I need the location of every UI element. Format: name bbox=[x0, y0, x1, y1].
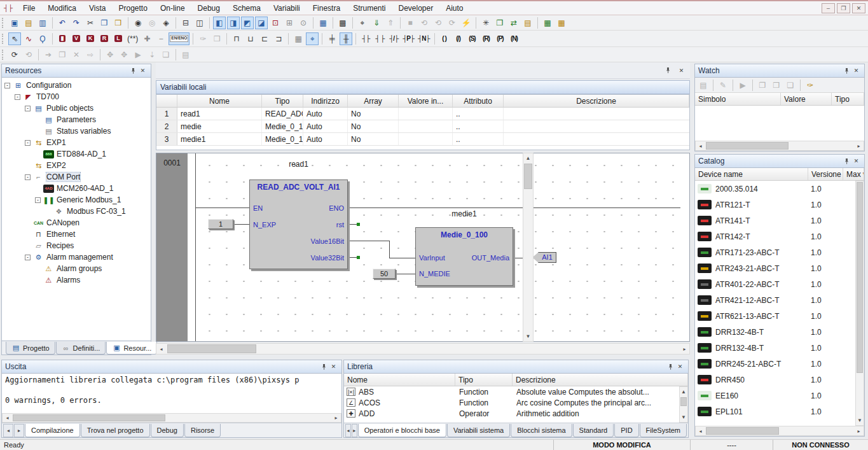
scheduler-window-icon[interactable] bbox=[297, 17, 310, 29]
scroll-left-icon[interactable]: ◂ bbox=[696, 426, 705, 436]
column-tipo[interactable]: Tipo bbox=[455, 374, 513, 386]
zoom-tool-icon[interactable] bbox=[36, 32, 49, 45]
library-function-row[interactable]: ACOS Function Arc cosine Computes the pr… bbox=[344, 397, 688, 408]
tree-item[interactable]: Generic Modbus_1 bbox=[2, 194, 151, 206]
output-tab[interactable]: Debug bbox=[151, 424, 184, 437]
new-jump-icon[interactable] bbox=[112, 32, 125, 45]
menu-item[interactable]: Debug bbox=[191, 2, 226, 15]
tree-expander-icon[interactable] bbox=[25, 106, 31, 111]
coil-negated-icon[interactable] bbox=[452, 32, 465, 45]
open-project-icon[interactable] bbox=[22, 17, 35, 29]
scroll-right-icon[interactable]: ▸ bbox=[854, 141, 864, 151]
contact-positive-icon[interactable] bbox=[401, 32, 415, 45]
step-debug-icon[interactable] bbox=[146, 48, 158, 61]
object-properties-icon[interactable] bbox=[521, 17, 534, 29]
tree-item[interactable]: TD700 bbox=[2, 91, 151, 102]
toolbar-button[interactable] bbox=[333, 17, 333, 29]
pin-icon[interactable] bbox=[319, 362, 329, 371]
toolbar-button[interactable] bbox=[176, 17, 176, 29]
save-project-icon[interactable] bbox=[36, 17, 49, 29]
pin-value16bit[interactable]: Value16Bit bbox=[311, 237, 344, 245]
menu-item[interactable]: Variabili bbox=[267, 2, 307, 15]
tree-expander-icon[interactable] bbox=[4, 83, 10, 88]
fbd-block-read1[interactable]: READ_ADC_VOLT_AI1 EN ENO N_EXP rst Value… bbox=[249, 179, 348, 269]
scroll-right-icon[interactable]: ▸ bbox=[680, 344, 689, 354]
variable-address[interactable]: Auto bbox=[303, 120, 348, 132]
variable-description[interactable] bbox=[504, 120, 689, 132]
variable-type[interactable]: Medie_0_100 bbox=[262, 133, 303, 145]
catalog-device-row[interactable]: EE160 1.0 bbox=[695, 388, 864, 404]
contact-icon[interactable] bbox=[359, 32, 372, 45]
close-icon[interactable] bbox=[851, 66, 861, 75]
delete-connection-icon[interactable] bbox=[70, 48, 83, 61]
force-io-icon[interactable] bbox=[460, 17, 472, 29]
catalog-device-row[interactable]: ATR401-22-ABC-T 1.0 bbox=[695, 276, 864, 292]
tree-expander-icon[interactable] bbox=[35, 197, 41, 203]
parallel-branch-icon[interactable] bbox=[340, 32, 352, 45]
library-tab[interactable]: PID bbox=[614, 424, 638, 437]
compare-projects-icon[interactable] bbox=[493, 17, 506, 29]
add-watch-item-icon[interactable] bbox=[784, 79, 797, 92]
column-nome[interactable]: Nome bbox=[177, 95, 262, 107]
scroll-left-icon[interactable]: ◂ bbox=[156, 344, 166, 354]
pin-icon[interactable] bbox=[842, 66, 851, 75]
tree-item[interactable]: MCM260-4AD_1 bbox=[2, 183, 151, 194]
tree-item[interactable]: EXP1 bbox=[2, 137, 151, 148]
operator-panel-window-icon[interactable] bbox=[283, 17, 296, 29]
catalog-device-row[interactable]: ATR243-21-ABC-T 1.0 bbox=[695, 260, 864, 276]
toolbar-button[interactable] bbox=[38, 49, 39, 60]
project-window-icon[interactable] bbox=[213, 17, 226, 29]
align-right-icon[interactable] bbox=[272, 32, 285, 45]
variable-attribute[interactable]: .. bbox=[453, 108, 504, 120]
recompile-icon[interactable] bbox=[8, 48, 21, 61]
menu-item[interactable]: Aiuto bbox=[439, 2, 469, 15]
catalog-device-row[interactable]: ATR141-T 1.0 bbox=[695, 213, 864, 229]
toolbar-button[interactable] bbox=[355, 33, 356, 45]
variable-name[interactable]: medie1 bbox=[177, 133, 262, 145]
run-debug-icon[interactable] bbox=[132, 48, 144, 61]
toolbar-button[interactable] bbox=[176, 49, 176, 60]
menu-item[interactable]: Finestra bbox=[307, 2, 347, 15]
warm-restart-icon[interactable] bbox=[432, 17, 444, 29]
download-code-icon[interactable] bbox=[370, 17, 383, 29]
snap-grid-icon[interactable] bbox=[306, 32, 319, 45]
tree-item[interactable]: CANopen bbox=[2, 217, 151, 229]
toolbar-button[interactable] bbox=[2, 34, 5, 44]
navigate-forward-icon[interactable] bbox=[42, 48, 55, 61]
close-icon[interactable] bbox=[138, 66, 148, 75]
dock-tab[interactable]: Resour... bbox=[106, 342, 157, 355]
output-horizontal-scrollbar[interactable]: ◂ ▸ bbox=[2, 413, 341, 423]
coil-set-icon[interactable] bbox=[466, 32, 479, 45]
column-descrizione[interactable]: Descrizione bbox=[513, 374, 688, 386]
contact-negative-icon[interactable] bbox=[417, 32, 431, 45]
catalog-device-row[interactable]: ATR142-T 1.0 bbox=[695, 229, 864, 244]
close-icon[interactable] bbox=[677, 66, 686, 75]
fbd-block-medie1[interactable]: Medie_0_100 VarInput OUT_Media N_MEDIE bbox=[415, 227, 513, 286]
pin-eno[interactable]: ENO bbox=[329, 204, 344, 212]
properties-window-icon[interactable] bbox=[227, 17, 240, 29]
tab-scroll-right-icon[interactable]: ▸ bbox=[14, 424, 24, 437]
output-tab[interactable]: Risorse bbox=[184, 424, 221, 437]
variable-address[interactable]: Auto bbox=[303, 133, 348, 145]
select-tool-icon[interactable] bbox=[8, 32, 21, 45]
insert-page-icon[interactable] bbox=[56, 48, 69, 61]
output-log[interactable]: Aggiornamenti libreria collegata c:\prog… bbox=[2, 374, 341, 413]
remove-pin-icon[interactable] bbox=[155, 32, 167, 45]
variable-description[interactable] bbox=[504, 133, 689, 145]
toolbar-button[interactable] bbox=[288, 33, 289, 45]
column-valore[interactable]: Valore bbox=[781, 93, 832, 105]
scroll-right-icon[interactable]: ▸ bbox=[854, 426, 864, 436]
watch-horizontal-scrollbar[interactable]: ◂ ▸ bbox=[695, 141, 864, 151]
insert-trigger-icon[interactable] bbox=[210, 32, 223, 45]
coil-icon[interactable] bbox=[438, 32, 451, 45]
pin-outmedia[interactable]: OUT_Media bbox=[472, 254, 509, 262]
menu-item[interactable]: Developer bbox=[392, 2, 439, 15]
cold-restart-icon[interactable] bbox=[418, 17, 431, 29]
library-function-row[interactable]: ABS Function Absolute value Computes the… bbox=[344, 386, 688, 397]
close-button[interactable]: ✕ bbox=[852, 3, 865, 13]
catalog-device-row[interactable]: ATR421-12-ABC-T 1.0 bbox=[695, 292, 864, 308]
undo-icon[interactable] bbox=[56, 17, 69, 29]
tree-item[interactable]: EXP2 bbox=[2, 160, 151, 171]
block-instance-label[interactable]: medie1 bbox=[415, 209, 513, 218]
export-watch-icon[interactable] bbox=[770, 79, 783, 92]
